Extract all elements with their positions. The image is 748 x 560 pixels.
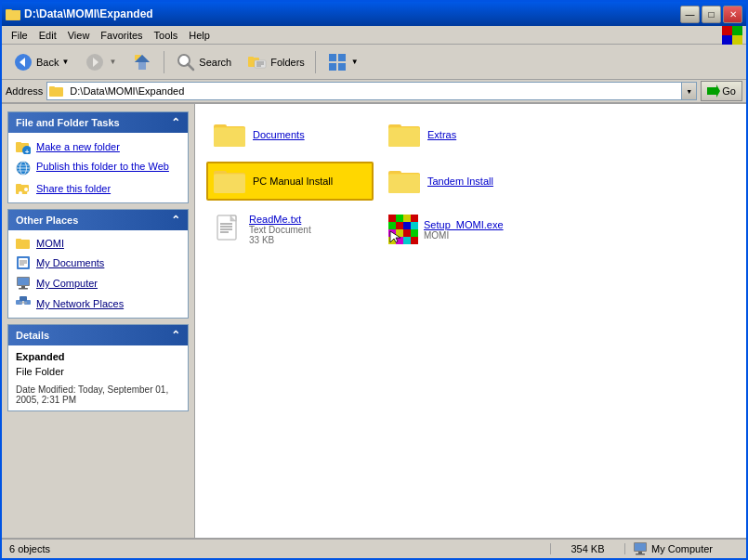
menu-tools[interactable]: Tools [149,28,184,43]
folders-label: Folders [270,57,305,68]
svg-point-38 [27,191,31,195]
status-bar: 6 objects 354 KB My Computer [2,538,746,558]
maximize-button[interactable]: □ [702,6,721,23]
svg-rect-89 [403,229,411,237]
svg-marker-24 [707,85,720,98]
make-new-folder-link[interactable]: + Make a new folder [16,138,180,155]
file-folder-tasks-collapse[interactable]: ⌃ [171,116,180,129]
toolbar-sep-1 [164,51,164,73]
svg-text:+: + [25,148,30,155]
svg-rect-98 [638,552,642,553]
svg-rect-19 [338,54,346,61]
menu-favorites[interactable]: Favorites [95,28,148,43]
forward-dropdown-arrow[interactable]: ▼ [109,58,116,66]
readme-info: ReadMe.txt Text Document 33 KB [249,214,311,245]
other-places-my-network[interactable]: My Network Places [16,295,180,312]
status-objects: 6 objects [2,543,551,554]
close-button[interactable]: ✕ [723,6,742,23]
back-label: Back [36,57,59,68]
details-header[interactable]: Details ⌃ [8,325,188,345]
other-places-section: Other Places ⌃ MOMI [7,209,189,319]
address-dropdown-arrow[interactable]: ▼ [681,83,696,99]
other-places-my-computer[interactable]: My Computer [16,275,180,292]
back-button[interactable]: Back ▼ [6,48,75,76]
tandem-install-label: Tandem Install [427,176,493,187]
address-value: D:\Data\MOMI\Expanded [66,85,681,97]
extras-folder-icon [388,121,422,149]
back-icon [12,51,34,73]
readme-file-icon [214,215,243,244]
menu-file[interactable]: File [6,28,33,43]
other-places-momi[interactable]: MOMI [16,236,180,251]
forward-icon [84,51,106,73]
window-title: D:\Data\MOMI\Expanded [24,7,153,20]
menu-help[interactable]: Help [183,28,216,43]
address-label: Address [6,85,43,97]
main-content: File and Folder Tasks ⌃ + Make a new fol… [2,104,746,538]
svg-rect-18 [329,54,336,61]
my-computer-icon [16,276,31,291]
svg-rect-99 [636,553,645,555]
file-folder-tasks-content: + Make a new folder Publish t [8,133,188,202]
tandem-install-folder-icon [388,167,422,195]
svg-rect-70 [388,175,420,193]
my-computer-status-icon [633,541,648,556]
go-button[interactable]: Go [701,81,742,101]
other-places-my-documents[interactable]: My Documents [16,254,180,271]
folders-button[interactable]: Folders [240,48,311,76]
svg-rect-83 [388,222,396,229]
details-name: Expanded [16,351,180,362]
up-icon [131,51,153,73]
svg-rect-84 [396,222,403,229]
svg-rect-62 [388,128,420,147]
file-folder-tasks-header[interactable]: File and Folder Tasks ⌃ [8,112,188,133]
title-bar: D:\Data\MOMI\Expanded — □ ✕ [2,2,746,26]
views-button[interactable]: ▼ [320,48,365,76]
other-places-collapse[interactable]: ⌃ [171,214,180,227]
svg-rect-58 [214,128,245,147]
up-button[interactable] [125,48,160,76]
file-item-readme[interactable]: ReadMe.txt Text Document 33 KB [206,208,374,251]
file-item-extras[interactable]: Extras [381,115,548,154]
file-item-setup-momi[interactable]: Setup_MOMI.exe MOMI [381,208,548,251]
svg-rect-90 [411,229,418,237]
explorer-window: D:\Data\MOMI\Expanded — □ ✕ File Edit Vi… [0,0,748,560]
my-network-icon [16,296,31,311]
svg-rect-49 [19,288,28,290]
my-documents-icon [16,255,31,270]
svg-rect-23 [49,86,55,89]
windows-logo [722,26,742,45]
other-places-content: MOMI My Documents [8,230,188,318]
search-icon [175,51,197,73]
svg-rect-13 [248,57,254,59]
details-collapse[interactable]: ⌃ [171,329,180,342]
file-item-tandem-install[interactable]: Tandem Install [381,162,548,201]
title-bar-controls: — □ ✕ [680,6,742,23]
svg-rect-97 [635,543,646,551]
share-folder-icon [16,181,31,196]
other-places-header[interactable]: Other Places ⌃ [8,210,188,230]
file-item-documents[interactable]: Documents [206,115,374,154]
share-folder-link[interactable]: Share this folder [16,180,180,197]
svg-rect-2 [6,10,20,20]
file-item-pc-manual-install[interactable]: PC Manual Install [206,162,374,201]
forward-button[interactable]: ▼ [77,48,123,76]
go-icon [707,85,720,98]
address-input-box[interactable]: D:\Data\MOMI\Expanded ▼ [46,82,697,100]
minimize-button[interactable]: — [680,6,700,23]
search-button[interactable]: Search [168,48,238,76]
details-section: Details ⌃ Expanded File Folder Date Modi… [7,324,189,411]
svg-rect-66 [214,175,245,193]
momi-folder-icon [16,237,31,250]
views-dropdown-arrow[interactable]: ▼ [351,58,359,66]
readme-subtype: Text Document [249,225,311,235]
details-type: File Folder [16,366,180,377]
publish-to-web-link[interactable]: Publish this folder to the Web [16,159,180,176]
documents-label: Documents [253,129,305,140]
toolbar: Back ▼ ▼ [2,45,746,80]
menu-edit[interactable]: Edit [33,28,62,43]
menu-view[interactable]: View [62,28,96,43]
svg-rect-82 [411,215,418,222]
svg-rect-40 [16,239,21,241]
back-dropdown-arrow[interactable]: ▼ [61,58,69,66]
